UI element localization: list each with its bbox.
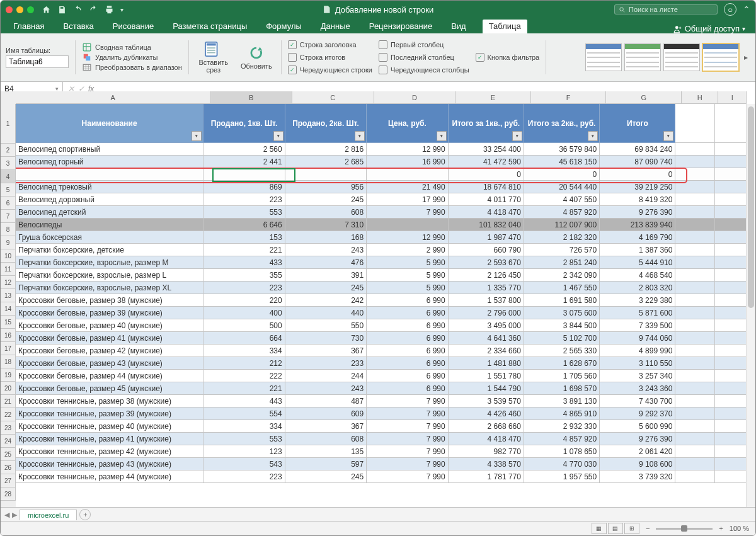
zoom-level[interactable]: 100 % (730, 525, 749, 532)
home-icon[interactable] (42, 5, 51, 14)
table-cell[interactable]: 553 (203, 206, 285, 219)
row-header-23[interactable]: 23 (1, 421, 16, 435)
table-cell[interactable]: 243 (285, 244, 367, 256)
table-cell[interactable]: 391 (285, 269, 367, 282)
remove-duplicates-button[interactable]: Удалить дубликаты (82, 53, 182, 62)
table-cell[interactable]: 112 007 900 (524, 219, 600, 231)
table-cell[interactable]: 4 770 030 (524, 458, 600, 470)
table-cell[interactable]: 608 (285, 433, 367, 445)
table-cell[interactable]: 5 990 (367, 282, 449, 294)
empty-cell[interactable] (675, 294, 715, 307)
empty-cell[interactable] (675, 319, 715, 332)
table-cell[interactable]: 2 816 (285, 143, 367, 156)
table-cell[interactable]: 3 110 550 (600, 357, 675, 370)
menu-tab-7[interactable]: Вид (449, 20, 469, 33)
table-cell[interactable]: 242 (285, 294, 367, 307)
table-cell[interactable]: Велосипед детский (16, 206, 203, 219)
table-cell[interactable]: Кроссовки беговые, размер 45 (мужские) (16, 382, 203, 395)
filter-icon[interactable]: ▾ (192, 131, 202, 141)
table-cell[interactable]: 153 (203, 231, 285, 244)
table-cell[interactable]: 487 (285, 395, 367, 408)
row-header-27[interactable]: 27 (1, 474, 16, 488)
table-cell[interactable]: 476 (285, 256, 367, 269)
table-cell[interactable]: 7 990 (367, 470, 449, 483)
table-cell[interactable]: 550 (285, 319, 367, 332)
row-header-28[interactable]: 28 (1, 488, 16, 501)
table-cell[interactable]: 2 803 320 (600, 282, 675, 294)
menu-tab-3[interactable]: Разметка страницы (170, 20, 249, 33)
table-cell[interactable]: 213 839 940 (600, 219, 675, 231)
empty-cell[interactable] (715, 269, 747, 282)
menu-tab-0[interactable]: Главная (11, 20, 47, 33)
empty-cell[interactable] (675, 219, 715, 231)
table-cell[interactable]: 5 871 600 (600, 307, 675, 319)
table-cell[interactable]: 1 481 880 (449, 357, 524, 370)
table-cell[interactable]: 6 990 (367, 294, 449, 307)
table-cell[interactable]: 3 229 380 (600, 294, 675, 307)
empty-cell[interactable] (675, 269, 715, 282)
empty-cell[interactable] (675, 445, 715, 458)
table-cell[interactable]: 9 108 600 (600, 458, 675, 470)
empty-cell[interactable] (675, 307, 715, 319)
minimize-window-icon[interactable] (16, 6, 23, 13)
table-cell[interactable]: 221 (203, 244, 285, 256)
table-cell[interactable]: 2 990 (367, 244, 449, 256)
empty-cell[interactable] (675, 143, 715, 156)
filter-button-checkbox[interactable]: Кнопка фильтра (476, 53, 540, 62)
first-column-checkbox[interactable]: Первый столбец (379, 40, 469, 49)
table-cell[interactable]: 500 (203, 319, 285, 332)
row-header-20[interactable]: 20 (1, 382, 16, 395)
table-cell[interactable]: 440 (285, 307, 367, 319)
col-header-E[interactable]: E (455, 91, 531, 104)
table-cell[interactable]: 45 618 150 (524, 156, 600, 168)
table-cell[interactable]: 1 467 550 (524, 282, 600, 294)
table-cell[interactable]: 355 (203, 269, 285, 282)
row-header-15[interactable]: 15 (1, 316, 16, 329)
table-cell[interactable]: 1 781 770 (449, 470, 524, 483)
table-cell[interactable]: 9 276 390 (600, 433, 675, 445)
table-cell[interactable]: Велосипед горный (16, 156, 203, 168)
table-cell[interactable]: 1 698 570 (524, 382, 600, 395)
table-cell[interactable]: 5 600 990 (600, 420, 675, 433)
table-cell[interactable]: 609 (285, 408, 367, 420)
empty-cell[interactable] (715, 282, 747, 294)
table-cell[interactable]: Велосипеды (16, 219, 203, 231)
empty-cell[interactable] (675, 470, 715, 483)
style-thumb-4[interactable] (702, 43, 739, 71)
table-cell[interactable]: Велосипед трековый (16, 181, 203, 193)
menu-tab-2[interactable]: Рисование (110, 20, 156, 33)
empty-cell[interactable] (675, 420, 715, 433)
normal-view-icon[interactable]: ▦ (592, 523, 607, 534)
table-cell[interactable]: Груша боксерская (16, 231, 203, 244)
table-cell[interactable]: 1 628 670 (524, 357, 600, 370)
row-header-13[interactable]: 13 (1, 289, 16, 302)
table-cell[interactable]: 334 (203, 345, 285, 357)
share-button[interactable]: Общий доступ ▾ (673, 24, 745, 33)
empty-cell[interactable] (675, 332, 715, 345)
insert-slicer-button[interactable]: Вставить срез (195, 41, 232, 74)
table-cell[interactable] (285, 168, 367, 181)
table-cell[interactable]: 101 832 040 (449, 219, 524, 231)
table-cell[interactable]: 245 (285, 193, 367, 206)
maximize-window-icon[interactable] (27, 6, 34, 13)
table-cell[interactable]: 135 (285, 445, 367, 458)
table-cell[interactable]: 6 990 (367, 307, 449, 319)
empty-cell[interactable] (675, 256, 715, 269)
table-cell[interactable]: 16 990 (367, 156, 449, 168)
table-styles-gallery[interactable]: ▸ (585, 43, 750, 71)
table-cell[interactable]: 245 (285, 470, 367, 483)
empty-cell[interactable] (715, 408, 747, 420)
table-cell[interactable]: 39 219 250 (600, 181, 675, 193)
table-cell[interactable]: 2 441 (203, 156, 285, 168)
row-header-5[interactable]: 5 (1, 183, 16, 197)
empty-cell[interactable] (715, 433, 747, 445)
table-cell[interactable]: 212 (203, 357, 285, 370)
table-cell[interactable]: 4 407 550 (524, 193, 600, 206)
table-cell[interactable]: 123 (203, 445, 285, 458)
cells-area[interactable]: Наименование▾Продано, 1кв. Шт.▾Продано, … (16, 104, 747, 513)
table-cell[interactable]: Кроссовки теннисные, размер 44 (мужские) (16, 470, 203, 483)
empty-cell[interactable] (715, 256, 747, 269)
empty-cell[interactable] (715, 307, 747, 319)
table-cell[interactable]: Кроссовки беговые, размер 40 (мужские) (16, 319, 203, 332)
row-header-16[interactable]: 16 (1, 329, 16, 342)
